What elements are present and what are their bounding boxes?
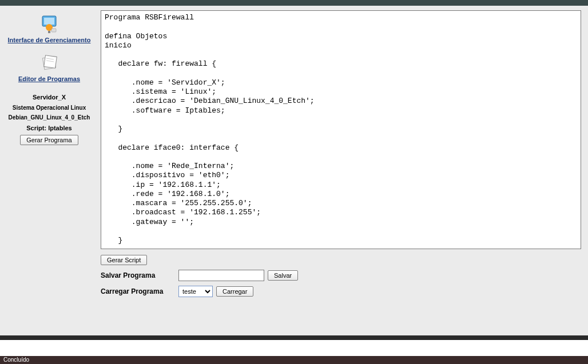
salvar-row: Salvar Programa Salvar xyxy=(101,270,581,281)
interface-link[interactable]: Interface de Gerenciamento xyxy=(0,35,98,45)
server-name-label: Servidor_X xyxy=(0,94,98,101)
blank-area xyxy=(0,340,588,356)
sidebar: Interface de Gerenciamento Editor de Pro… xyxy=(0,6,98,330)
carregar-row: Carregar Programa teste Carregar xyxy=(101,286,581,297)
content-area: Gerar Script Salvar Programa Salvar Carr… xyxy=(98,6,588,330)
script-label: Script: Iptables xyxy=(0,125,98,131)
svg-rect-4 xyxy=(51,29,56,32)
salvar-button[interactable]: Salvar xyxy=(268,270,298,281)
carregar-select[interactable]: teste xyxy=(178,286,213,297)
svg-rect-1 xyxy=(44,18,54,25)
bottom-stripe xyxy=(0,335,588,340)
gerar-script-button[interactable]: Gerar Script xyxy=(101,255,147,265)
interface-section: Interface de Gerenciamento xyxy=(0,11,98,45)
salvar-input[interactable] xyxy=(178,270,264,281)
os-line1: Sistema Operacional Linux xyxy=(0,104,98,111)
svg-rect-3 xyxy=(48,31,50,33)
status-bar: Concluído xyxy=(0,356,588,364)
os-line2: Debian_GNU_Linux_4_0_Etch xyxy=(0,114,98,121)
salvar-label: Salvar Programa xyxy=(101,271,175,279)
editor-section: Editor de Programas xyxy=(0,55,98,83)
gerar-script-row: Gerar Script xyxy=(101,255,581,265)
editor-link[interactable]: Editor de Programas xyxy=(0,74,98,83)
main-container: Interface de Gerenciamento Editor de Pro… xyxy=(0,6,588,330)
carregar-button[interactable]: Carregar xyxy=(216,286,253,297)
interface-icon xyxy=(38,11,61,34)
top-bar xyxy=(0,0,588,6)
gerar-programa-button[interactable]: Gerar Programa xyxy=(20,135,78,145)
code-editor[interactable] xyxy=(101,10,581,249)
carregar-label: Carregar Programa xyxy=(101,287,175,295)
status-text: Concluído xyxy=(3,357,29,363)
editor-icon xyxy=(39,55,59,73)
